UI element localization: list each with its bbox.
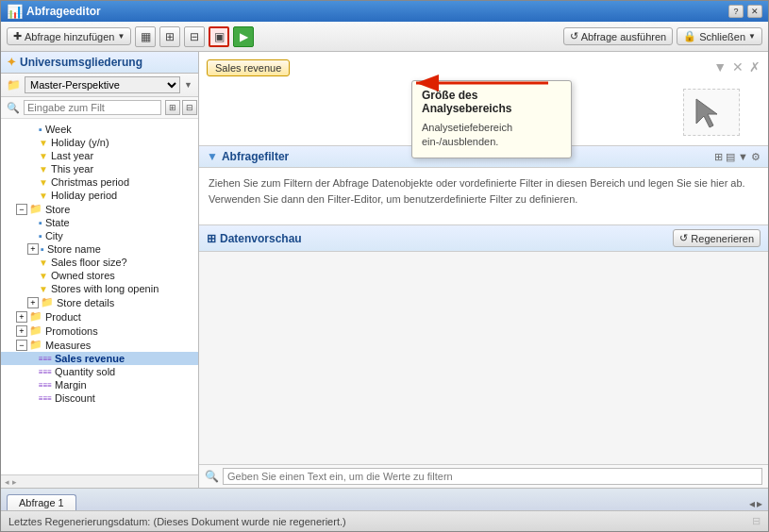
expand-store-name[interactable]: +	[27, 243, 39, 255]
filter-tools: ⊞ ▤ ▼ ⚙	[714, 151, 761, 163]
preview-search-input[interactable]	[223, 468, 762, 485]
perspective-selector: 📁 Master-Perspektive ▼	[1, 74, 198, 97]
tree-item-product[interactable]: + 📁 Product	[1, 309, 198, 324]
app-icon: 📊	[7, 4, 23, 19]
expand-product[interactable]: +	[16, 311, 27, 323]
expand-promotions[interactable]: +	[16, 325, 27, 337]
filter-icon: ▼	[39, 138, 48, 148]
title-bar: 📊 Abfrageeditor ? ✕	[1, 1, 768, 22]
filter-more-icon[interactable]: ⚙	[751, 151, 761, 163]
folder-icon: 📁	[29, 339, 42, 351]
regenerate-button[interactable]: ↺ Regenerieren	[673, 229, 761, 247]
tree-item-sales-revenue[interactable]: ≡≡≡ Sales revenue	[1, 352, 198, 365]
search-input[interactable]	[24, 100, 161, 115]
tab-query-1[interactable]: Abfrage 1	[7, 494, 76, 510]
right-panel: Sales revenue ▼ ✕ ✗ Größe des Analyseber…	[199, 52, 768, 488]
filter-icon: ▼	[39, 271, 48, 281]
tree-item-sales-floor[interactable]: ▼ Sales floor size?	[1, 256, 198, 269]
folder-icon: 📁	[41, 296, 54, 308]
close-x-icon[interactable]: ✗	[749, 59, 761, 75]
measure-icon: ≡≡≡	[39, 381, 52, 390]
status-resize: ⊟	[752, 515, 761, 527]
expand-store-details[interactable]: +	[27, 297, 39, 308]
tab-nav: ◂ ▸	[749, 497, 762, 510]
filter-icon: ▼	[39, 191, 48, 201]
toolbar-icon-5[interactable]: ▶	[233, 26, 254, 47]
tree-item-owned-stores[interactable]: ▼ Owned stores	[1, 269, 198, 282]
tree-item-store-details[interactable]: + 📁 Store details	[1, 295, 198, 309]
dim-icon: ▪	[39, 230, 42, 241]
preview-section: ⊞ Datenvorschau ↺ Regenerieren 🔍	[199, 225, 768, 488]
filter-icon: ▼	[39, 177, 48, 188]
help-button[interactable]: ?	[728, 5, 744, 18]
svg-marker-0	[696, 99, 717, 127]
close-icon: 🔒	[683, 30, 696, 42]
filter-description: Ziehen Sie zum Filtern der Abfrage Daten…	[199, 168, 768, 224]
close-title-button[interactable]: ✕	[747, 5, 762, 18]
tree-item-margin[interactable]: ≡≡≡ Margin	[1, 378, 198, 391]
tree-item-promotions[interactable]: + 📁 Promotions	[1, 324, 198, 338]
add-filter-icon[interactable]: ⊞	[714, 151, 723, 163]
folder-icon: 📁	[7, 78, 21, 91]
main-window: 📊 Abfrageeditor ? ✕ ✚ Abfrage hinzufügen…	[0, 0, 769, 532]
tree-item-state[interactable]: ▪ State	[1, 216, 198, 229]
folder-icon: 📁	[29, 203, 42, 215]
filter-icon: ▼	[39, 164, 48, 175]
filter-filter-icon[interactable]: ▼	[738, 151, 748, 163]
tooltip-text: Analysetiefebereich ein-/ausblenden.	[422, 121, 561, 150]
tree-item-week[interactable]: ▪ Week	[1, 123, 198, 136]
dropdown-arrow-icon: ▼	[117, 32, 125, 41]
go-icon: ▶	[240, 30, 248, 43]
search-icon: 🔍	[7, 102, 20, 114]
filter-options-icon[interactable]: ▤	[726, 151, 735, 163]
close-dropdown-icon: ▼	[748, 32, 756, 41]
tab-bar: Abfrage 1 ◂ ▸	[1, 488, 768, 510]
tree-item-measures[interactable]: − 📁 Measures	[1, 338, 198, 352]
preview-content	[199, 252, 768, 464]
tree-item-christmas[interactable]: ▼ Christmas period	[1, 175, 198, 189]
measure-icon: ≡≡≡	[39, 394, 52, 403]
remove-icon[interactable]: ✕	[732, 59, 744, 75]
folder-icon: 📁	[29, 324, 42, 337]
preview-grid-icon: ⊞	[207, 232, 216, 245]
tab-right-arrow[interactable]: ▸	[757, 497, 762, 510]
refresh-icon: ↺	[679, 232, 688, 244]
toolbar-icon-3[interactable]: ⊟	[184, 26, 205, 47]
dim-icon: ▪	[39, 124, 42, 135]
tree-item-holiday-yn[interactable]: ▼ Holiday (y/n)	[1, 136, 198, 149]
run-query-button[interactable]: ↺ Abfrage ausführen	[563, 27, 674, 45]
tab-left-arrow[interactable]: ◂	[749, 497, 755, 510]
toolbar-icon-1[interactable]: ▦	[135, 26, 156, 47]
add-icon: ✚	[13, 30, 22, 42]
tree-item-city[interactable]: ▪ City	[1, 229, 198, 242]
tree-item-last-year[interactable]: ▼ Last year	[1, 149, 198, 162]
toolbar-icon-2[interactable]: ⊞	[159, 26, 180, 47]
preview-header: ⊞ Datenvorschau ↺ Regenerieren	[199, 225, 768, 252]
window-title: Abfrageeditor	[26, 5, 101, 18]
tree-item-store[interactable]: − 📁 Store	[1, 202, 198, 216]
grid-view-icon: ⊟	[190, 30, 199, 43]
perspective-dropdown[interactable]: Master-Perspektive	[25, 76, 180, 93]
tree-item-this-year[interactable]: ▼ This year	[1, 162, 198, 175]
expand-all-icon[interactable]: ⊞	[165, 100, 180, 115]
sales-revenue-chip[interactable]: Sales revenue	[207, 59, 290, 76]
tree-item-store-name[interactable]: + ▪ Store name	[1, 242, 198, 256]
filter-icon[interactable]: ▼	[713, 59, 727, 75]
run-icon: ↺	[570, 30, 578, 42]
close-button[interactable]: 🔒 Schließen ▼	[677, 27, 762, 45]
tree-hscroll[interactable]: ◂ ▸	[1, 474, 198, 488]
tree-item-discount[interactable]: ≡≡≡ Discount	[1, 391, 198, 405]
perspective-btn[interactable]: ▼	[184, 80, 192, 90]
left-panel: ✦ Universumsgliederung 📁 Master-Perspekt…	[1, 52, 199, 488]
tree-item-holiday-period[interactable]: ▼ Holiday period	[1, 189, 198, 202]
search-magnifier-icon: 🔍	[205, 470, 219, 483]
expand-store[interactable]: −	[16, 204, 27, 215]
expand-measures[interactable]: −	[16, 340, 27, 351]
add-query-button[interactable]: ✚ Abfrage hinzufügen ▼	[7, 27, 131, 45]
toolbar-icon-4-active[interactable]: ▣	[209, 26, 229, 47]
universe-icon: ✦	[7, 56, 16, 69]
tree-item-qty-sold[interactable]: ≡≡≡ Quantity sold	[1, 365, 198, 378]
collapse-all-icon[interactable]: ⊟	[182, 100, 197, 115]
view-icon: ⊞	[165, 30, 175, 43]
tree-item-stores-long[interactable]: ▼ Stores with long openin	[1, 282, 198, 295]
